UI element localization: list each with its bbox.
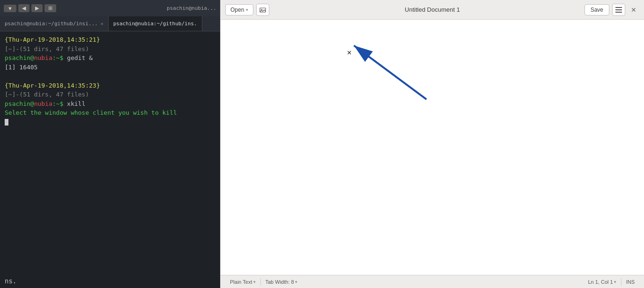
terminal-topbar-btn-2[interactable]: ◀ — [18, 4, 30, 12]
annotation-arrow — [221, 20, 644, 275]
insert-mode-text: INS — [626, 279, 635, 285]
terminal-tab-2[interactable]: psachin@nubia:~/github/ins. — [109, 16, 202, 31]
terminal-output-1: [1] 16405 — [5, 64, 37, 71]
save-button[interactable]: Save — [585, 4, 609, 15]
gedit-window: Open ▾ Untitled Document 1 Save ✕ ✕ — [220, 0, 644, 288]
cursor-position-selector[interactable]: Ln 1, Col 1 ▾ — [584, 279, 620, 285]
terminal-path-1: :~$ — [52, 54, 63, 61]
insert-mode-label: INS — [622, 279, 638, 285]
gedit-document-title: Untitled Document 1 — [405, 6, 460, 13]
screenshot-button[interactable] — [256, 4, 269, 16]
terminal-topbar-btn-1[interactable]: ▼ — [4, 5, 16, 12]
terminal-line-10 — [5, 118, 215, 127]
plain-text-dropdown-arrow: ▾ — [253, 280, 256, 284]
tab-width-selector[interactable]: Tab Width: 8 ▾ — [262, 279, 301, 285]
terminal-line-5 — [5, 72, 215, 81]
tab-width-dropdown-arrow: ▾ — [295, 280, 297, 284]
terminal-tab-1[interactable]: psachin@nubia:~/github/insi... ✕ — [0, 16, 109, 31]
cursor-position-label: Ln 1, Col 1 — [588, 279, 613, 285]
plain-text-label: Plain Text — [230, 279, 252, 285]
terminal-time-2: {Thu-Apr-19-2018,14:35:23} — [5, 82, 100, 89]
gedit-editor[interactable]: ✕ — [221, 20, 644, 275]
menu-button[interactable] — [612, 4, 625, 16]
terminal-path-2: :~$ — [52, 100, 63, 107]
cursor-pos-dropdown-arrow: ▾ — [614, 280, 616, 284]
terminal-line-4: [1] 16405 — [5, 63, 215, 72]
terminal-cursor — [5, 119, 8, 126]
hamburger-icon — [614, 6, 623, 14]
terminal-topbar: ▼ ◀ ▶ ⊞ psachin@nubia... — [0, 0, 220, 16]
terminal-bracket-2: [~]-(51 dirs, 47 files) — [5, 91, 89, 98]
terminal-line-3: psachin@nubia:~$ gedit & — [5, 53, 215, 63]
terminal-time-1: {Thu-Apr-19-2018,14:35:21} — [5, 36, 100, 43]
terminal-tab-1-close[interactable]: ✕ — [101, 21, 104, 26]
terminal-at-1: @ — [30, 54, 34, 61]
terminal-line-8: psachin@nubia:~$ xkill — [5, 99, 215, 109]
terminal-host-1: nubia — [34, 54, 52, 61]
terminal-prompt-user-2: psachin — [5, 100, 30, 107]
terminal-bracket-1: [~]-(51 dirs, 47 files) — [5, 45, 89, 52]
terminal-line-9: Select the window whose client you wish … — [5, 108, 215, 118]
terminal-line-2: [~]-(51 dirs, 47 files) — [5, 44, 215, 54]
terminal-line-1: {Thu-Apr-19-2018,14:35:21} — [5, 35, 215, 44]
terminal-at-2: @ — [30, 100, 34, 107]
statusbar-sep-2 — [621, 278, 622, 286]
terminal-tab-1-label: psachin@nubia:~/github/insi... — [5, 21, 98, 27]
terminal-bottom-text: ns. — [0, 274, 220, 288]
terminal-window: ▼ ◀ ▶ ⊞ psachin@nubia... psachin@nubia:~… — [0, 0, 220, 288]
tab-width-label: Tab Width: 8 — [266, 279, 294, 285]
open-dropdown-arrow: ▾ — [246, 7, 248, 12]
terminal-topbar-btn-4[interactable]: ⊞ — [44, 4, 56, 12]
terminal-line-6: {Thu-Apr-19-2018,14:35:23} — [5, 81, 215, 90]
ns-text: ns. — [5, 277, 16, 285]
terminal-cmd-2: xkill — [63, 100, 85, 107]
statusbar-right: Ln 1, Col 1 ▾ INS — [584, 278, 638, 286]
image-icon — [259, 7, 266, 13]
terminal-prompt-user-1: psachin — [5, 54, 30, 61]
terminal-host-2: nubia — [34, 100, 52, 107]
statusbar-sep-1 — [260, 278, 261, 286]
terminal-title-partial: psachin@nubia... — [167, 5, 216, 11]
gedit-titlebar: Open ▾ Untitled Document 1 Save ✕ — [221, 0, 644, 20]
terminal-line-7: [~]-(51 dirs, 47 files) — [5, 90, 215, 99]
open-button[interactable]: Open ▾ — [225, 4, 253, 15]
svg-point-1 — [261, 9, 262, 10]
terminal-tabs: psachin@nubia:~/github/insi... ✕ psachin… — [0, 16, 220, 31]
terminal-cmd-1: gedit & — [63, 54, 93, 61]
terminal-content: {Thu-Apr-19-2018,14:35:21} [~]-(51 dirs,… — [0, 31, 220, 288]
annotation-x: ✕ — [347, 48, 352, 57]
close-button[interactable]: ✕ — [628, 5, 639, 15]
plain-text-selector[interactable]: Plain Text ▾ — [226, 279, 259, 285]
svg-line-3 — [354, 45, 427, 99]
terminal-tab-2-label: psachin@nubia:~/github/ins. — [113, 21, 197, 27]
gedit-statusbar: Plain Text ▾ Tab Width: 8 ▾ Ln 1, Col 1 … — [221, 275, 644, 288]
terminal-topbar-btn-3[interactable]: ▶ — [31, 4, 43, 12]
terminal-select-msg: Select the window whose client you wish … — [5, 109, 177, 116]
open-label: Open — [230, 7, 244, 13]
